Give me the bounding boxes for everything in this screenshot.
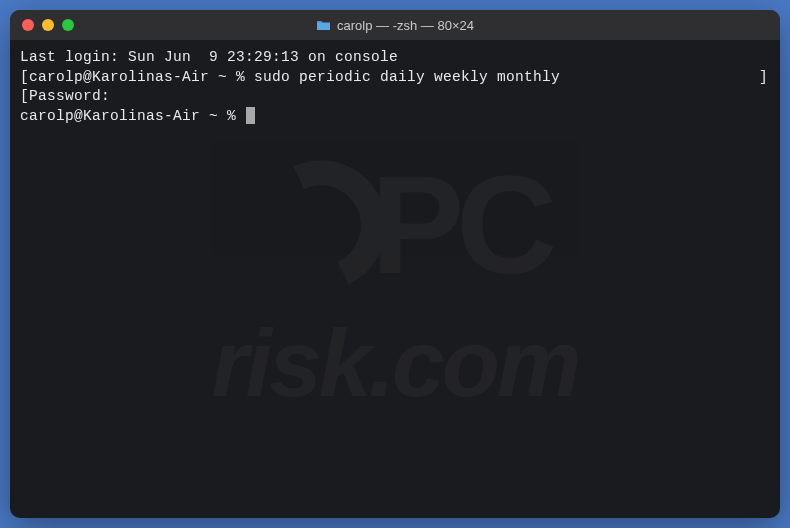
- bracket-open: [: [20, 69, 29, 85]
- watermark-logo-text: PC: [371, 130, 549, 319]
- terminal-line-prompt: carolp@Karolinas-Air ~ %: [20, 107, 770, 127]
- close-icon[interactable]: [22, 19, 34, 31]
- shell-prompt: carolp@Karolinas-Air ~ %: [20, 108, 245, 124]
- watermark-logo: PC: [241, 130, 549, 319]
- cursor-icon: [246, 107, 255, 124]
- watermark-circle-icon: [237, 142, 404, 309]
- maximize-icon[interactable]: [62, 19, 74, 31]
- password-prompt: Password:: [29, 88, 110, 104]
- terminal-line-command: [carolp@Karolinas-Air ~ % sudo periodic …: [20, 68, 770, 88]
- minimize-icon[interactable]: [42, 19, 54, 31]
- terminal-body[interactable]: PC risk.com Last login: Sun Jun 9 23:29:…: [10, 40, 780, 518]
- bracket-close: ]: [759, 68, 768, 88]
- folder-icon: [316, 19, 331, 31]
- last-login-text: Last login: Sun Jun 9 23:29:13 on consol…: [20, 49, 398, 65]
- bracket-open: [: [20, 88, 29, 104]
- terminal-line-password: [Password:: [20, 87, 770, 107]
- window-title-wrap: carolp — -zsh — 80×24: [22, 18, 768, 33]
- terminal-line-last-login: Last login: Sun Jun 9 23:29:13 on consol…: [20, 48, 770, 68]
- terminal-window: carolp — -zsh — 80×24 PC risk.com Last l…: [10, 10, 780, 518]
- watermark: PC risk.com: [95, 130, 695, 427]
- traffic-lights: [22, 19, 74, 31]
- command-text: sudo periodic daily weekly monthly: [254, 69, 560, 85]
- watermark-domain: risk.com: [212, 299, 579, 427]
- titlebar[interactable]: carolp — -zsh — 80×24: [10, 10, 780, 40]
- shell-prompt: carolp@Karolinas-Air ~ %: [29, 69, 254, 85]
- window-title: carolp — -zsh — 80×24: [337, 18, 474, 33]
